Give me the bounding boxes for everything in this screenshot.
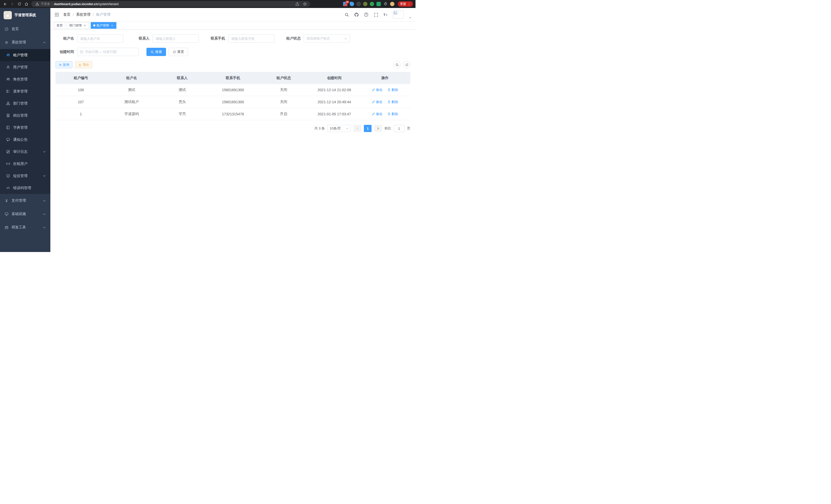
tenant-name-input[interactable] [77,34,123,42]
close-icon[interactable]: × [110,24,114,27]
app-logo-row[interactable]: 芋道管理系统 [0,8,50,22]
sidebar-item-audit-log[interactable]: 审计日志 [0,146,50,158]
table-row: 107 测试租户 秃头 15601691300 关闭 2021-12-14 20… [56,96,410,108]
table-row: 108 测试 测试 15601691300 关闭 2021-12-14 21:0… [56,84,410,96]
extension-icon-5[interactable] [370,2,374,6]
reset-button[interactable]: 重置 [169,48,188,56]
breadcrumb-home[interactable]: 首页 [63,12,70,17]
sidebar-item-user[interactable]: 用户管理 [0,61,50,73]
cell-actions: 修改 删除 [360,84,410,96]
export-button[interactable]: 导出 [75,61,92,68]
security-label[interactable]: 不安全 [41,2,50,6]
page-size-select[interactable]: 10条/页 [327,125,351,132]
github-icon[interactable] [354,12,359,17]
edit-icon [372,100,375,103]
sidebar-submenu-system: 租户管理 用户管理 角色管理 菜单管理 [0,49,50,194]
svg-text:T: T [386,14,388,17]
status-select[interactable]: 请选择租户状态 [304,34,350,42]
sidebar-item-label: 基础设施 [11,212,26,216]
sidebar-item-label: 错误码管理 [13,186,31,190]
back-icon[interactable] [3,2,7,6]
delete-label: 删除 [391,112,398,116]
sidebar-item-dev-tools[interactable]: 研发工具 [0,221,50,234]
sidebar-item-role[interactable]: 角色管理 [0,73,50,85]
close-icon[interactable]: × [83,24,87,27]
delete-link[interactable]: 删除 [388,100,398,104]
share-icon[interactable] [295,2,299,6]
search-icon[interactable] [344,12,349,17]
tab-dept[interactable]: 部门管理 × [67,22,89,29]
breadcrumb-current: 租户管理 [96,12,111,17]
sidebar-item-sms[interactable]: 短信管理 [0,170,50,182]
avatar-caret-icon[interactable] [409,16,411,19]
sidebar-item-infra[interactable]: 基础设施 [0,207,50,221]
cell-id: 108 [56,84,106,96]
breadcrumb-separator: / [73,12,74,17]
delete-link[interactable]: 删除 [388,112,398,116]
user-avatar[interactable] [393,10,404,19]
refresh-table-icon[interactable] [403,61,410,68]
extension-icon-2[interactable] [350,2,354,6]
forward-icon[interactable] [10,2,15,6]
add-button[interactable]: 新增 [56,61,73,68]
sidebar-item-system[interactable]: 系统管理 [0,36,50,49]
sidebar-item-post[interactable]: 岗位管理 [0,110,50,121]
created-label: 创建时间 [56,50,74,54]
update-button[interactable]: 更新 ⋮ [398,1,413,7]
bookmark-star-icon[interactable] [303,2,307,6]
tab-tenant[interactable]: 租户管理 × [91,22,116,29]
book-icon [6,126,10,129]
font-size-icon[interactable]: TT [383,12,388,17]
date-range-picker[interactable]: 开始日期 - 结束日期 [77,48,139,56]
sidebar-item-dict[interactable]: 字典管理 [0,121,50,134]
date-end-placeholder: 结束日期 [103,50,116,54]
sidebar-collapse-icon[interactable] [55,12,59,17]
toggle-search-icon[interactable] [393,61,401,68]
breadcrumb-system[interactable]: 系统管理 [76,12,90,17]
tab-home[interactable]: 首页 [54,22,65,29]
extension-icon-4[interactable] [363,2,368,6]
sidebar-item-tenant[interactable]: 租户管理 [0,49,50,61]
sidebar-item-home[interactable]: 首页 [0,22,50,36]
extension-icon-1[interactable]: 10 [343,2,347,6]
url-text[interactable]: dashboard.yudao.iocoder.cn/system/tenant [54,2,292,6]
fullscreen-icon[interactable] [373,12,378,17]
monitor-icon [5,212,8,216]
prev-page-button[interactable] [353,125,361,132]
next-page-button[interactable] [374,125,382,132]
chevron-left-icon [356,127,359,130]
filter-tenant-name: 租户名 [56,34,123,42]
col-actions: 操作 [360,72,410,84]
profile-avatar[interactable] [390,2,395,6]
toolbar: 新增 导出 [56,61,410,68]
extension-icon-6[interactable] [376,2,381,6]
extension-icon-3[interactable] [356,2,361,6]
search-button[interactable]: 搜索 [146,48,166,56]
contact-input[interactable] [153,34,199,42]
sidebar-item-error-code[interactable]: 错误码管理 [0,182,50,194]
goto-label: 前往 [384,126,391,131]
address-bar[interactable]: 不安全 dashboard.yudao.iocoder.cn/system/te… [31,1,310,7]
edit-link[interactable]: 修改 [372,100,382,104]
delete-link[interactable]: 删除 [388,88,398,92]
sidebar-item-pay[interactable]: 支付管理 [0,194,50,207]
sidebar-item-online-users[interactable]: 在线用户 [0,158,50,170]
extensions-puzzle-icon[interactable] [383,2,388,6]
goto-page-input[interactable] [394,125,404,132]
edit-link[interactable]: 修改 [372,112,382,116]
sidebar-item-dept[interactable]: 部门管理 [0,97,50,110]
sidebar-item-label: 在线用户 [13,161,28,166]
help-icon[interactable] [364,12,369,17]
url-domain: dashboard.yudao.iocoder.cn [54,2,98,6]
sidebar-item-menu[interactable]: 菜单管理 [0,85,50,97]
reload-icon[interactable] [17,2,22,6]
cell-actions: 修改 删除 [360,108,410,120]
current-page[interactable]: 1 [364,125,372,132]
edit-label: 修改 [376,100,382,104]
home-icon[interactable] [24,2,29,6]
edit-link[interactable]: 修改 [372,88,382,92]
browser-menu-icon[interactable]: ⋮ [407,2,411,6]
tenant-name-label: 租户名 [56,36,74,41]
phone-input[interactable] [228,34,275,42]
sidebar-item-notice[interactable]: 通知公告 [0,134,50,146]
